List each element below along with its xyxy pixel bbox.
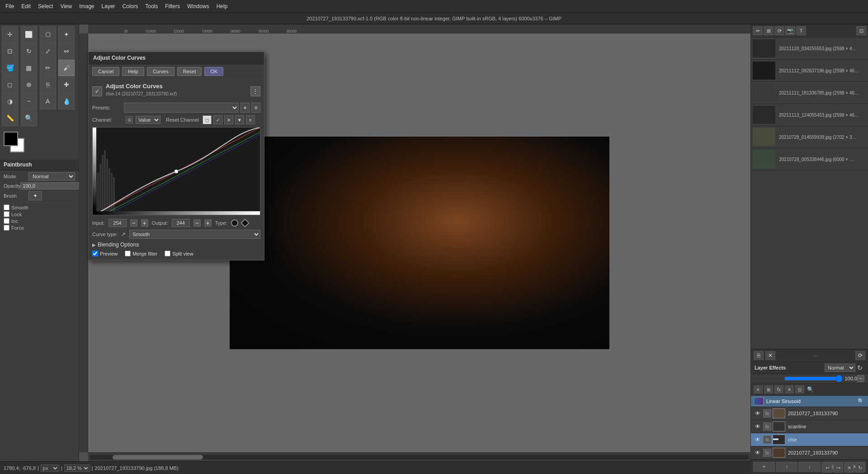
inc-option[interactable]: Inc [4,218,75,224]
curve-type-select[interactable]: Smooth Linear [129,230,260,239]
rtb-pencil-btn[interactable]: ✏ [753,26,763,35]
rtb-grid-btn[interactable]: ⊞ [764,26,774,35]
layer-fx-0[interactable]: fx [763,409,771,417]
rotate-tool[interactable]: ↻ [21,43,37,59]
main-canvas[interactable] [230,137,609,349]
split-view-checkbox-label[interactable]: Split view [165,251,193,256]
reset-channel-white-btn[interactable]: ◻ [203,115,212,124]
linear-sinusoid-row[interactable]: Linear Sinusoid 🔍 [751,396,868,407]
layers-filter-btn4[interactable]: ✕ [785,385,794,393]
new-layer-btn[interactable]: + [753,462,775,472]
status-rotate-btn[interactable]: ↻ [855,464,864,473]
presets-options-btn[interactable]: ≡ [251,103,260,113]
reset-button[interactable]: Reset [177,67,202,76]
layers-filter-btn5[interactable]: ⊡ [795,385,804,393]
move-tool[interactable]: ✛ [2,26,18,43]
status-redo-btn[interactable]: ↪ [834,464,843,473]
merge-filter-checkbox[interactable] [125,251,131,256]
lower-layer-btn[interactable]: ↓ [798,462,820,472]
pencil-tool[interactable]: ✏ [40,60,56,76]
menu-filters[interactable]: Filters [161,2,184,10]
heal-tool[interactable]: ✚ [58,76,75,93]
mode-select[interactable]: Normal [28,172,75,180]
image-item-0[interactable]: 20211120_034255553.jpg (2598 × 4… [751,38,868,60]
scale-tool[interactable]: ⤢ [40,43,56,59]
curves-button[interactable]: Curves [147,67,175,76]
dialog-settings-icon[interactable]: ⋮ [250,86,260,96]
crop-tool[interactable]: ⊡ [2,43,18,59]
foreground-color-swatch[interactable] [4,132,18,146]
duplicate-panel-btn[interactable]: ⎘ [754,351,764,360]
bucket-fill-tool[interactable]: 🪣 [2,60,18,76]
hscroll-track[interactable] [90,455,749,460]
status-undo-btn[interactable]: ↩ [823,464,832,473]
dodge-burn-tool[interactable]: ◑ [2,93,18,109]
preview-checkbox-label[interactable]: Preview [92,251,118,256]
menu-edit[interactable]: Edit [18,2,34,10]
layers-search-btn[interactable]: 🔍 [806,385,815,394]
image-item-4[interactable]: 20210728_014559939.jpg (2702 × 3… [751,126,868,148]
layer-opacity-slider[interactable] [784,375,843,382]
output-value-field[interactable] [172,219,190,227]
hscroll-thumb[interactable] [113,455,203,460]
type-diamond-btn[interactable] [241,218,250,228]
input-decrease-btn[interactable]: − [130,219,137,227]
merge-filter-checkbox-label[interactable]: Merge filter [125,251,157,256]
layers-filter-btn2[interactable]: ⊞ [764,385,773,393]
image-item-2[interactable]: 20211111_181336785.jpg (2598 × 46… [751,82,868,104]
output-decrease-btn[interactable]: − [193,219,201,227]
menu-image[interactable]: Image [75,2,98,10]
blend-tool[interactable]: ▦ [21,60,37,76]
type-circle-btn[interactable] [231,219,238,227]
rect-select-tool[interactable]: ⬜ [21,26,37,43]
color-picker-tool[interactable]: 💧 [58,93,75,109]
rtb-camera-btn[interactable]: 📷 [785,26,795,35]
force-option[interactable]: Force [4,225,75,231]
layer-visibility-2[interactable]: 👁 [754,436,762,444]
layer-mode-select[interactable]: Normal Dissolve Multiply Screen Overlay [825,364,855,372]
output-increase-btn[interactable]: + [204,219,212,227]
preview-checkbox[interactable] [92,251,98,256]
text-tool[interactable]: A [40,93,56,109]
presets-add-btn[interactable]: + [241,103,250,113]
help-button[interactable]: Help [122,67,144,76]
menu-help[interactable]: Help [213,2,231,10]
layers-filter-btn1[interactable]: ≡ [754,385,763,393]
layer-fx-3[interactable]: fx [763,449,771,457]
menu-windows[interactable]: Windows [184,2,213,10]
fuzzy-select-tool[interactable]: ✦ [58,26,75,43]
rtb-text-btn[interactable]: T [796,26,806,35]
zoom-tool[interactable]: 🔍 [21,110,37,126]
layer-visibility-1[interactable]: 👁 [754,422,762,431]
rtb-expand-btn[interactable]: ⊡ [856,26,866,35]
refresh-panel-btn[interactable]: ⟳ [855,351,865,360]
channel-select[interactable]: Value Red Green Blue Alpha [136,116,160,124]
horizontal-scrollbar[interactable] [88,452,750,461]
reset-channel-x-btn[interactable]: ✕ [224,115,233,124]
layer-row-1[interactable]: 👁 fx scanline [751,420,868,433]
layer-opacity-decrease-btn[interactable]: − [857,375,864,382]
layer-row-2[interactable]: 👁 fx ▬ clse [751,433,868,446]
menu-select[interactable]: Select [34,2,57,10]
channel-btn-extra2[interactable]: ≡ [246,115,255,124]
menu-view[interactable]: View [57,2,75,10]
raise-layer-btn[interactable]: ↑ [776,462,797,472]
clone-tool[interactable]: ⎘ [40,76,56,93]
menu-tools[interactable]: Tools [142,2,161,10]
rtb-refresh-btn[interactable]: ⟳ [774,26,784,35]
layers-filter-btn3[interactable]: fx [774,385,783,393]
status-delete-btn[interactable]: ✕ [844,464,854,473]
input-increase-btn[interactable]: + [141,219,148,227]
airbrush-tool[interactable]: ⊕ [21,76,37,93]
zoom-select[interactable]: 18,2 % 25 % 50 % 100 % [64,465,90,472]
reset-channel-check-btn[interactable]: ✓ [213,115,222,124]
linear-sinusoid-search-icon[interactable]: 🔍 [856,397,865,405]
brush-preview[interactable]: ✦ [28,191,42,200]
image-item-1[interactable]: 20211112_092637196.jpg (2598 × 46… [751,60,868,82]
flip-tool[interactable]: ⇔ [58,43,75,59]
lock-option[interactable]: Lock [4,211,75,217]
blending-options-row[interactable]: ▶ Blending Options [92,242,260,248]
eraser-tool[interactable]: ◻ [2,76,18,93]
layer-row-0[interactable]: 👁 fx 20210727_193133790 [751,407,868,420]
lasso-tool[interactable]: ⬡ [40,26,56,43]
